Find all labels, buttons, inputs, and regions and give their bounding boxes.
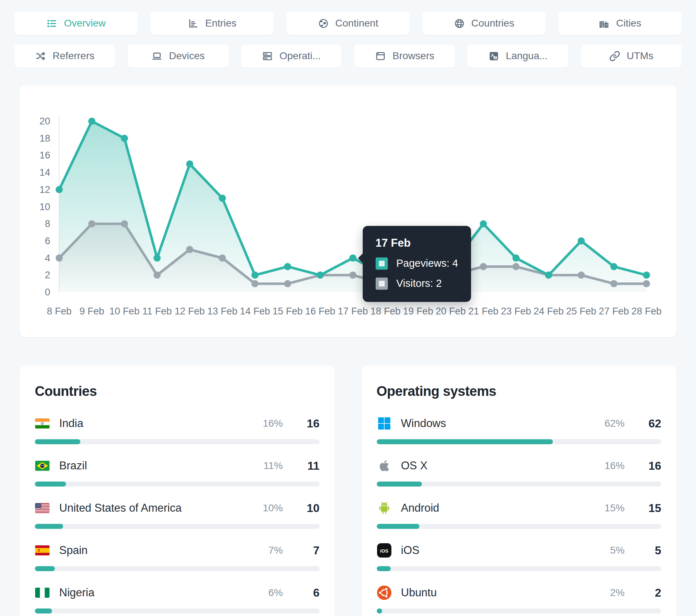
tab-label: Overview bbox=[64, 18, 106, 29]
tab-row-primary: OverviewEntriesContinentCountriesCities bbox=[14, 0, 682, 35]
list-item-android[interactable]: Android15%15 bbox=[377, 500, 662, 529]
x-axis-tick: 15 Feb bbox=[273, 306, 303, 317]
browser-icon bbox=[375, 51, 386, 62]
progress-fill bbox=[35, 608, 52, 613]
tab-referrers[interactable]: Referrers bbox=[14, 44, 115, 67]
list-item-nigeria[interactable]: Nigeria6%6 bbox=[35, 585, 320, 613]
point-pageviews-27-feb[interactable] bbox=[610, 263, 617, 270]
tab-utms[interactable]: UTMs bbox=[581, 44, 682, 67]
y-axis-tick: 12 bbox=[39, 184, 50, 195]
item-label: Spain bbox=[59, 544, 268, 557]
point-visitors-9-feb[interactable] bbox=[88, 220, 95, 227]
tab-label: Browsers bbox=[392, 50, 434, 62]
point-pageviews-21-feb[interactable] bbox=[480, 220, 487, 227]
item-label: Ubuntu bbox=[401, 586, 610, 599]
point-pageviews-28-feb[interactable] bbox=[643, 271, 650, 279]
list-item-ubuntu[interactable]: Ubuntu2%2 bbox=[377, 585, 662, 613]
progress-track bbox=[377, 439, 662, 444]
list-item-windows[interactable]: Windows62%62 bbox=[377, 416, 662, 444]
x-axis-tick: 9 Feb bbox=[79, 306, 104, 317]
x-axis-tick: 28 Feb bbox=[631, 306, 662, 317]
flag-brazil bbox=[35, 458, 50, 473]
tab-label: Referrers bbox=[53, 50, 95, 62]
point-visitors-15-feb[interactable] bbox=[284, 280, 291, 287]
progress-fill bbox=[377, 524, 419, 529]
list-item-os-x[interactable]: OS X16%16 bbox=[377, 458, 662, 487]
point-pageviews-12-feb[interactable] bbox=[186, 160, 193, 167]
point-pageviews-24-feb[interactable] bbox=[545, 271, 552, 279]
list-item-ios[interactable]: iOSiOS5%5 bbox=[377, 542, 662, 571]
point-visitors-27-feb[interactable] bbox=[610, 280, 617, 287]
point-pageviews-16-feb[interactable] bbox=[317, 271, 324, 279]
item-value: 11 bbox=[299, 459, 320, 473]
point-visitors-8-feb[interactable] bbox=[56, 255, 63, 262]
tab-browsers[interactable]: Browsers bbox=[354, 44, 455, 67]
item-percent: 16% bbox=[605, 460, 625, 472]
x-axis-tick: 14 Feb bbox=[240, 306, 270, 317]
tab-countries[interactable]: Countries bbox=[422, 12, 546, 35]
progress-fill bbox=[35, 566, 55, 571]
progress-fill bbox=[35, 439, 80, 444]
x-axis-tick: 21 Feb bbox=[468, 306, 498, 317]
point-visitors-23-feb[interactable] bbox=[512, 263, 519, 270]
legend-square-visitors-icon bbox=[376, 278, 388, 290]
y-axis-tick: 16 bbox=[39, 150, 50, 161]
tab-cities[interactable]: Cities bbox=[558, 12, 682, 35]
y-axis-tick: 14 bbox=[39, 167, 50, 178]
list-item-brazil[interactable]: Brazil11%11 bbox=[35, 458, 320, 487]
point-visitors-14-feb[interactable] bbox=[251, 280, 259, 287]
point-visitors-12-feb[interactable] bbox=[186, 246, 193, 253]
point-visitors-25-feb[interactable] bbox=[578, 271, 585, 279]
point-visitors-17-feb[interactable] bbox=[349, 271, 357, 279]
item-percent: 5% bbox=[610, 545, 625, 556]
list-item-spain[interactable]: Spain7%7 bbox=[35, 542, 320, 571]
point-pageviews-8-feb[interactable] bbox=[56, 186, 63, 193]
point-pageviews-9-feb[interactable] bbox=[88, 118, 95, 125]
point-pageviews-15-feb[interactable] bbox=[284, 263, 291, 270]
point-pageviews-25-feb[interactable] bbox=[578, 237, 585, 245]
tooltip-rows: Pageviews: 4Visitors: 2 bbox=[376, 257, 458, 290]
panel-title: Operating systems bbox=[377, 384, 662, 399]
item-value: 7 bbox=[299, 544, 320, 557]
point-pageviews-23-feb[interactable] bbox=[512, 255, 519, 262]
tab-operati[interactable]: Operati... bbox=[241, 44, 342, 67]
point-visitors-13-feb[interactable] bbox=[219, 255, 226, 262]
list-item-india[interactable]: India16%16 bbox=[35, 416, 320, 444]
point-visitors-28-feb[interactable] bbox=[643, 280, 650, 287]
shuffle-icon bbox=[35, 51, 46, 62]
item-value: 15 bbox=[640, 502, 661, 515]
progress-track bbox=[35, 439, 320, 444]
point-visitors-10-feb[interactable] bbox=[121, 220, 128, 227]
y-axis-tick: 18 bbox=[39, 133, 50, 144]
tab-overview[interactable]: Overview bbox=[14, 12, 138, 35]
legend-square-pageviews-icon bbox=[376, 257, 388, 270]
x-axis-tick: 16 Feb bbox=[305, 306, 335, 317]
y-axis-tick: 6 bbox=[45, 236, 50, 246]
item-value: 10 bbox=[299, 502, 320, 515]
point-pageviews-11-feb[interactable] bbox=[154, 255, 161, 262]
tab-devices[interactable]: Devices bbox=[128, 44, 229, 67]
tab-continent[interactable]: Continent bbox=[286, 12, 410, 35]
tab-langua[interactable]: AZLangua... bbox=[467, 44, 568, 67]
point-pageviews-10-feb[interactable] bbox=[121, 135, 128, 142]
stats-panels: CountriesIndia16%16Brazil11%11United Sta… bbox=[20, 366, 676, 616]
chart-plot[interactable]: 024681012141618208 Feb9 Feb10 Feb11 Feb1… bbox=[32, 100, 664, 333]
point-visitors-11-feb[interactable] bbox=[154, 271, 161, 279]
point-pageviews-13-feb[interactable] bbox=[219, 195, 226, 202]
item-label: India bbox=[59, 417, 263, 430]
point-visitors-21-feb[interactable] bbox=[480, 263, 487, 270]
panel-countries: CountriesIndia16%16Brazil11%11United Sta… bbox=[20, 366, 335, 616]
flag-spain bbox=[35, 543, 50, 558]
translate-icon: AZ bbox=[488, 51, 499, 62]
x-axis-tick: 8 Feb bbox=[47, 306, 71, 317]
list-item-united-states-of-america[interactable]: United States of America10%10 bbox=[35, 500, 320, 529]
point-pageviews-14-feb[interactable] bbox=[251, 271, 259, 279]
x-axis-tick: 20 Feb bbox=[436, 306, 466, 317]
item-label: Android bbox=[401, 502, 605, 515]
progress-track bbox=[377, 566, 662, 571]
tab-entries[interactable]: Entries bbox=[150, 12, 274, 35]
x-axis-tick: 17 Feb bbox=[338, 306, 368, 317]
item-label: Nigeria bbox=[59, 586, 268, 599]
apple-icon bbox=[377, 458, 392, 473]
point-pageviews-17-feb[interactable] bbox=[349, 255, 357, 262]
